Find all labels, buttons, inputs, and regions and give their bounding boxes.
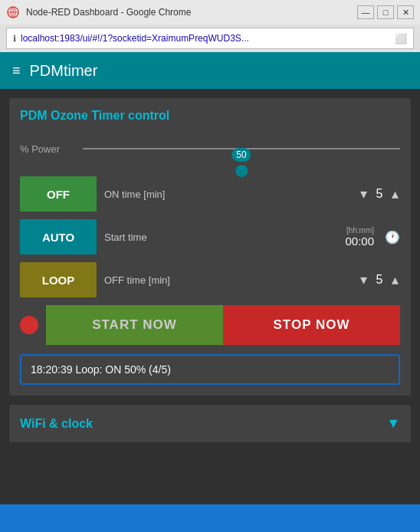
main-content: PDM Ozone Timer control % Power 50 OFF O… — [0, 89, 420, 532]
card-title: PDM Ozone Timer control — [20, 109, 400, 123]
pdm-card: PDM Ozone Timer control % Power 50 OFF O… — [9, 98, 411, 396]
off-time-control: ▾ 5 ▴ — [359, 273, 400, 287]
on-time-down-button[interactable]: ▾ — [359, 187, 369, 201]
cast-icon: ⬜ — [395, 33, 407, 44]
slider-value-bubble: 50 — [231, 148, 251, 162]
stop-now-button[interactable]: STOP NOW — [223, 305, 400, 345]
slider-track: 50 — [83, 148, 400, 149]
action-row: START NOW STOP NOW — [20, 305, 400, 345]
maximize-button[interactable]: □ — [377, 5, 394, 19]
window-controls: — □ ✕ — [357, 5, 414, 19]
on-time-value: 5 — [372, 187, 387, 201]
title-bar: Node-RED Dashboard - Google Chrome — □ ✕ — [0, 0, 420, 25]
close-button[interactable]: ✕ — [397, 5, 414, 19]
browser-title: Node-RED Dashboard - Google Chrome — [26, 7, 351, 18]
power-slider[interactable]: 50 — [83, 133, 400, 164]
off-time-label: OFF time [min] — [104, 274, 351, 286]
slider-thumb-container: 50 — [231, 148, 251, 177]
start-now-button[interactable]: START NOW — [46, 305, 223, 345]
auto-row: AUTO Start time [hh:mm] 00:00 🕐 — [20, 219, 400, 255]
status-indicator — [20, 316, 38, 334]
on-time-up-button[interactable]: ▴ — [390, 187, 400, 201]
slider-fill — [83, 148, 241, 149]
taskbar — [0, 504, 420, 532]
start-time-label: Start time — [104, 232, 337, 243]
off-time-up-button[interactable]: ▴ — [390, 273, 400, 287]
chevron-down-icon: ▼ — [386, 415, 400, 432]
wifi-card[interactable]: WiFi & clock ▼ — [9, 405, 411, 442]
menu-button[interactable]: ≡ — [12, 63, 21, 79]
loop-button[interactable]: LOOP — [20, 262, 97, 297]
off-row: OFF ON time [min] ▾ 5 ▴ — [20, 176, 400, 212]
on-time-label: ON time [min] — [104, 189, 351, 200]
start-time-field: [hh:mm] 00:00 — [345, 226, 374, 248]
minimize-button[interactable]: — — [357, 5, 374, 19]
power-slider-row: % Power 50 — [20, 133, 400, 164]
loop-row: LOOP OFF time [min] ▾ 5 ▴ — [20, 262, 400, 297]
auto-button[interactable]: AUTO — [20, 219, 97, 255]
start-time-value: 00:00 — [345, 235, 374, 248]
off-time-value: 5 — [372, 273, 387, 287]
off-button[interactable]: OFF — [20, 176, 97, 212]
off-time-down-button[interactable]: ▾ — [359, 273, 369, 287]
lock-icon: ℹ — [13, 34, 16, 44]
url-text: localhost:1983/ui/#!/1?socketid=XraimumP… — [21, 33, 249, 44]
on-time-control: ▾ 5 ▴ — [359, 187, 400, 201]
browser-icon — [6, 5, 20, 19]
clock-icon[interactable]: 🕐 — [385, 230, 400, 245]
app-header: ≡ PDMtimer — [0, 52, 420, 89]
app-title: PDMtimer — [30, 62, 98, 80]
address-bar[interactable]: ℹ localhost:1983/ui/#!/1?socketid=Xraimu… — [6, 28, 414, 49]
power-label: % Power — [20, 143, 74, 155]
slider-thumb — [235, 165, 248, 177]
time-hint: [hh:mm] — [346, 226, 374, 235]
wifi-title: WiFi & clock — [20, 417, 93, 431]
log-output: 18:20:39 Loop: ON 50% (4/5) — [20, 354, 400, 385]
